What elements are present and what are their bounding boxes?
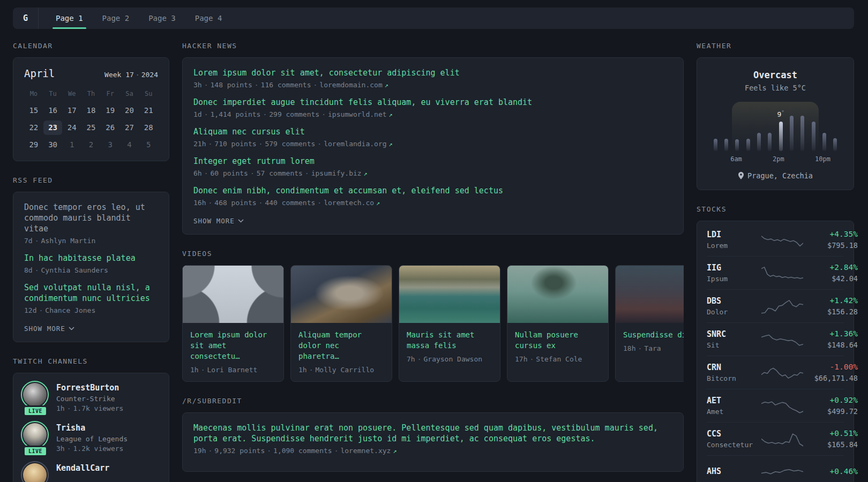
post-comments[interactable]: 579 comments	[265, 140, 315, 148]
stock-row[interactable]: AHS+0.46%	[707, 455, 844, 482]
stock-quote: +4.35%$795.18	[809, 230, 858, 250]
separator-dot: ·	[315, 140, 324, 148]
twitch-channel-name[interactable]: KendallCarr	[56, 463, 109, 473]
weather-location-label: Prague, Czechia	[747, 171, 813, 180]
calendar-day[interactable]: 19	[101, 103, 120, 118]
feed-item: Donec tempor eros leo, ut commodo mauris…	[24, 202, 158, 245]
twitch-channel-name[interactable]: ForrestBurton	[56, 383, 123, 393]
video-title[interactable]: Lorem ipsum dolor sit amet consectetu…	[190, 329, 276, 362]
calendar-grid: MoTuWeThFrSaSu15161718192021222324252627…	[24, 87, 158, 152]
calendar-day[interactable]: 30	[43, 138, 63, 152]
post-comments[interactable]: 116 comments	[261, 81, 311, 89]
separator-dot: ·	[332, 447, 341, 455]
post-comments[interactable]: 440 comments	[265, 199, 315, 207]
post-domain-link[interactable]: loremlandia.org	[324, 140, 386, 148]
sparkline-chart	[761, 397, 803, 415]
calendar-day-selected[interactable]: 23	[43, 120, 63, 135]
video-card[interactable]: Aliquam tempor dolor nec pharetra…1h·Mol…	[290, 265, 392, 382]
video-title[interactable]: Suspendisse diam	[623, 329, 684, 340]
post-title-link[interactable]: Aliquam nec cursus elit	[193, 126, 672, 137]
post-domain-link[interactable]: loremdomain.com	[319, 81, 382, 89]
post-meta: 19h·9,932 points·1,090 comments·loremnet…	[193, 447, 672, 455]
video-card[interactable]: Nullam posuere cursus ex17h·Stefan Cole	[507, 265, 609, 382]
calendar-day[interactable]: 25	[81, 120, 101, 135]
calendar-day[interactable]: 17	[62, 103, 81, 118]
post-comments[interactable]: 57 comments	[257, 169, 303, 177]
video-card[interactable]: Mauris sit amet massa felis7h·Grayson Da…	[399, 265, 500, 382]
calendar-day[interactable]: 18	[81, 103, 101, 118]
post-comments[interactable]: 299 comments	[269, 110, 319, 118]
weather-location[interactable]: Prague, Czechia	[709, 171, 842, 180]
twitch-channel-row[interactable]: KendallCarr	[23, 463, 159, 482]
video-thumbnail[interactable]	[291, 266, 392, 323]
show-more-button[interactable]: SHOW MORE	[24, 325, 74, 333]
stock-row[interactable]: DBSDolor+1.42%$156.28	[707, 289, 844, 322]
calendar-day[interactable]: 29	[24, 138, 43, 152]
calendar-day[interactable]: 24	[62, 120, 81, 135]
post-title-link[interactable]: Donec enim nibh, condimentum et accumsan…	[193, 185, 672, 196]
stock-symbol: SNRC	[707, 329, 756, 339]
stock-price: $165.84	[809, 440, 858, 449]
stock-row[interactable]: CRNBitcorn-1.00%$66,171.48	[707, 356, 844, 389]
post-title-link[interactable]: Lorem ipsum dolor sit amet, consectetur …	[193, 67, 672, 78]
post-meta: 1d·1,414 points·299 comments·ipsumworld.…	[193, 110, 672, 118]
calendar-day[interactable]: 5	[139, 138, 158, 152]
stock-identity: CCSConsectetur	[707, 429, 756, 449]
post-domain-link[interactable]: loremtech.co	[324, 199, 374, 207]
stock-row[interactable]: LDILorem+4.35%$795.18	[707, 223, 844, 256]
separator-dot: ·	[134, 71, 141, 79]
calendar-day[interactable]: 16	[43, 103, 63, 118]
video-thumbnail[interactable]	[507, 266, 608, 323]
calendar-day[interactable]: 21	[139, 103, 158, 118]
twitch-channel-name[interactable]: Trisha	[56, 423, 128, 433]
video-title[interactable]: Mauris sit amet massa felis	[407, 329, 492, 351]
post-title-link[interactable]: Donec tempor eros leo, ut commodo mauris…	[24, 202, 158, 234]
calendar-day[interactable]: 4	[120, 138, 139, 152]
post-domain-link[interactable]: loremnet.xyz	[340, 447, 391, 455]
tab-page-3[interactable]: Page 3	[141, 7, 183, 29]
calendar-day[interactable]: 27	[120, 120, 139, 135]
video-thumbnail[interactable]	[399, 266, 500, 323]
post-comments[interactable]: 1,090 comments	[273, 447, 332, 455]
calendar-day[interactable]: 3	[101, 138, 120, 152]
tab-page-1[interactable]: Page 1	[48, 7, 91, 29]
twitch-channel-game[interactable]: Counter-Strike	[56, 395, 123, 403]
post-title-link[interactable]: In hac habitasse platea	[24, 253, 158, 263]
stock-sparkline	[761, 397, 803, 415]
video-time: 18h	[623, 344, 635, 352]
post-title-link[interactable]: Integer eget rutrum lorem	[193, 156, 672, 167]
twitch-channel-row[interactable]: LIVEForrestBurtonCounter-Strike1h·1.7k v…	[23, 383, 159, 412]
video-title[interactable]: Aliquam tempor dolor nec pharetra…	[298, 329, 384, 362]
video-thumbnail[interactable]	[183, 266, 283, 323]
video-card[interactable]: Lorem ipsum dolor sit amet consectetu…1h…	[182, 265, 284, 382]
post-domain-link[interactable]: ipsumworld.net	[328, 110, 387, 118]
show-more-button[interactable]: SHOW MORE	[193, 217, 244, 225]
stock-row[interactable]: CCSConsectetur+0.51%$165.84	[707, 422, 844, 455]
tab-page-2[interactable]: Page 2	[95, 7, 137, 29]
calendar-day[interactable]: 26	[101, 120, 120, 135]
stock-row[interactable]: IIGIpsum+2.84%$42.04	[707, 256, 844, 289]
video-title[interactable]: Nullam posuere cursus ex	[515, 329, 601, 351]
tab-page-4[interactable]: Page 4	[188, 7, 230, 29]
stock-row[interactable]: SNRCSit+1.36%$148.64	[707, 322, 844, 356]
post-title-link[interactable]: Donec imperdiet augue tincidunt felis al…	[193, 97, 672, 108]
video-thumbnail[interactable]	[616, 266, 684, 323]
calendar-day[interactable]: 2	[81, 138, 101, 152]
calendar-day[interactable]: 20	[120, 103, 139, 118]
post-domain-link[interactable]: ipsumify.biz	[311, 169, 362, 177]
calendar-day[interactable]: 22	[24, 120, 43, 135]
post-title-link[interactable]: Sed volutpat nulla nisl, a condimentum n…	[24, 282, 158, 304]
weather-temp-bar	[724, 139, 728, 151]
stock-row[interactable]: AETAmet+0.92%$499.72	[707, 389, 844, 422]
right-column: WEATHER Overcast Feels like 5°C 9° 6am2p…	[697, 42, 854, 482]
twitch-channel-game[interactable]: League of Legends	[56, 435, 128, 443]
calendar-day[interactable]: 15	[24, 103, 43, 118]
video-card[interactable]: Suspendisse diam18h·Tara	[615, 265, 684, 382]
calendar-day[interactable]: 1	[62, 138, 81, 152]
twitch-channel-row[interactable]: LIVETrishaLeague of Legends3h·1.2k viewe…	[23, 423, 159, 453]
stock-identity: LDILorem	[707, 230, 756, 250]
separator-dot: ·	[635, 344, 644, 352]
post-title-link[interactable]: Maecenas mollis pulvinar erat non posuer…	[193, 423, 672, 444]
app-logo[interactable]: G	[13, 7, 39, 29]
calendar-day[interactable]: 28	[139, 120, 158, 135]
